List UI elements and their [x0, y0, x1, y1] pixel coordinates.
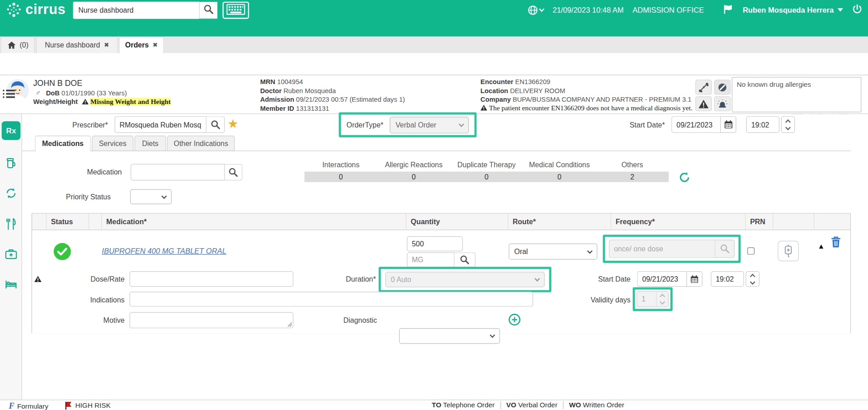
unit-input[interactable] — [407, 252, 454, 267]
diagnostic-select[interactable] — [399, 328, 500, 344]
diet-icon — [6, 218, 16, 230]
user-menu[interactable]: Ruben Mosqueda Herrera — [743, 6, 843, 14]
prescriber-search-button[interactable] — [207, 116, 225, 133]
motive-label: Motive — [64, 316, 125, 324]
legend-separator — [563, 401, 563, 409]
row-start-date-input[interactable] — [638, 272, 687, 286]
virtual-keyboard-button[interactable] — [223, 1, 250, 19]
column-header-route: Route* — [508, 214, 611, 230]
start-time-stepper[interactable] — [781, 116, 795, 133]
tab-label: Diets — [142, 139, 158, 147]
unit-field-group — [407, 252, 476, 267]
sidebar-menu-button[interactable] — [3, 90, 16, 99]
refresh-alerts-button[interactable] — [679, 172, 690, 185]
chevron-down-icon — [539, 6, 545, 12]
calendar-icon — [690, 275, 698, 283]
motive-textarea[interactable] — [130, 312, 293, 329]
global-search-button[interactable] — [199, 1, 217, 19]
frequency-highlight — [603, 235, 741, 263]
alert-column-label: Duplicate Therapy — [450, 160, 523, 169]
tab-nurse-dashboard[interactable]: Nurse dashboard ✖ — [36, 37, 118, 53]
close-icon[interactable]: ✖ — [153, 42, 158, 48]
row-start-time-stepper[interactable] — [745, 271, 760, 287]
warning-alert-tile[interactable] — [695, 96, 712, 111]
prescriber-input[interactable] — [114, 116, 206, 133]
priority-status-select[interactable] — [130, 189, 172, 204]
siren-alert-tile[interactable] — [714, 96, 731, 111]
search-icon — [228, 167, 238, 177]
sidebar-item-beds[interactable] — [2, 275, 21, 294]
chevron-down-icon — [490, 332, 495, 338]
flag-toggle-button[interactable] — [723, 4, 734, 16]
tab-label: Orders — [125, 41, 149, 49]
row-start-time-input[interactable] — [711, 271, 744, 287]
indications-input[interactable] — [130, 292, 533, 306]
medication-name-link[interactable]: IBUPROFEN 400 MG TABLET ORAL — [102, 247, 226, 255]
delete-row-button[interactable] — [831, 236, 841, 250]
sidebar-item-prescriptions[interactable]: Rx — [2, 121, 21, 140]
sidebar-item-medications[interactable] — [2, 154, 21, 173]
logout-button[interactable] — [852, 4, 862, 16]
high-risk-label: HIGH RISK — [75, 401, 111, 409]
chevron-down-icon — [750, 279, 755, 284]
language-globe-button[interactable] — [528, 5, 544, 15]
unit-search-button[interactable] — [454, 252, 476, 267]
frequency-search-button[interactable] — [715, 240, 734, 257]
tab-services[interactable]: Services — [92, 136, 133, 151]
tab-orders[interactable]: Orders ✖ — [119, 37, 164, 53]
medication-search-input[interactable] — [131, 164, 225, 180]
start-date-label: Start Date* — [604, 121, 665, 129]
alert-counters: Interactions Allergic Reactions Duplicat… — [304, 160, 669, 182]
status-check-icon — [53, 242, 71, 260]
route-select[interactable]: Oral — [509, 244, 597, 260]
tab-diets[interactable]: Diets — [135, 136, 166, 151]
quantity-input[interactable] — [407, 236, 463, 251]
calendar-button[interactable] — [720, 117, 736, 132]
favorite-star-icon[interactable]: ★ — [227, 117, 238, 131]
warning-icon — [34, 276, 42, 283]
sidebar-item-supplies[interactable] — [2, 245, 21, 264]
location-label: Location — [481, 87, 508, 94]
chevron-down-icon — [587, 248, 593, 254]
weight-height-label: Weight/Height — [33, 98, 77, 106]
fracture-alert-tile[interactable] — [695, 80, 712, 94]
frequency-input[interactable] — [609, 240, 715, 257]
collapse-row-arrow[interactable]: ▲ — [818, 242, 825, 250]
allergy-tile[interactable] — [714, 80, 731, 94]
tab-medications[interactable]: Medications — [35, 136, 91, 152]
validity-days-input[interactable] — [637, 292, 656, 306]
global-search-input[interactable] — [73, 1, 199, 19]
alert-count: 2 — [596, 173, 669, 181]
infusion-detail-button[interactable] — [778, 241, 799, 261]
chevron-up-icon — [660, 294, 665, 299]
start-date-input[interactable] — [672, 117, 721, 132]
resize-handle[interactable] — [288, 322, 292, 327]
admission-value: 09/21/2023 00:57 (Estimated days 1) — [296, 96, 405, 104]
column-header — [774, 214, 815, 230]
sidebar-item-diets[interactable] — [2, 215, 21, 234]
legend-separator — [500, 401, 500, 409]
calendar-button[interactable] — [686, 272, 702, 286]
tab-other-indications[interactable]: Other Indications — [167, 136, 235, 151]
home-icon — [7, 41, 16, 49]
order-type-select[interactable]: Verbal Order — [390, 117, 469, 133]
duration-select[interactable]: 0 Auto — [385, 272, 545, 287]
home-tab[interactable]: (0) — [0, 37, 35, 53]
prn-checkbox[interactable] — [747, 247, 755, 254]
keyboard-icon — [226, 4, 245, 16]
validity-days-stepper[interactable] — [656, 292, 668, 306]
high-risk-legend: HIGH RISK — [65, 401, 111, 410]
medication-row: IBUPROFEN 400 MG TABLET ORAL Oral — [32, 230, 850, 333]
dose-rate-input[interactable] — [130, 271, 293, 287]
start-time-input[interactable] — [746, 116, 779, 133]
sidebar-item-cycles[interactable] — [2, 184, 21, 203]
alert-column-label: Medical Conditions — [523, 160, 596, 169]
mrn-label: MRN — [260, 78, 275, 86]
plus-circle-icon — [508, 313, 521, 326]
column-header-prn: PRN — [745, 214, 773, 230]
column-header — [89, 214, 102, 230]
add-diagnostic-button[interactable] — [508, 313, 521, 328]
member-id-label: Member ID — [260, 104, 294, 112]
close-icon[interactable]: ✖ — [104, 42, 109, 48]
medication-search-button[interactable] — [225, 164, 242, 180]
